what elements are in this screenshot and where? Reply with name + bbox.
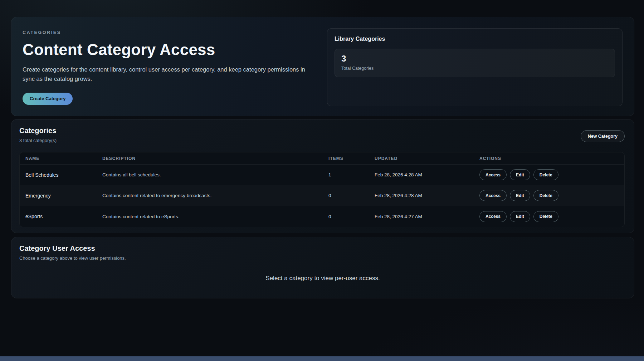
table-row[interactable]: eSports Contains content related to eSpo… bbox=[20, 206, 624, 227]
user-access-card: Category User Access Choose a category a… bbox=[11, 237, 634, 298]
table-row[interactable]: Bell Schedules Contains all bell schedul… bbox=[20, 165, 624, 185]
delete-button[interactable]: Delete bbox=[533, 190, 558, 201]
column-header-updated: UPDATED bbox=[369, 156, 474, 161]
user-access-subtitle: Choose a category above to view user per… bbox=[19, 255, 126, 261]
new-category-button[interactable]: New Category bbox=[581, 130, 625, 142]
cell-description: Contains content related to eSports. bbox=[97, 214, 323, 219]
library-categories-title: Library Categories bbox=[335, 36, 622, 42]
row-actions: Access Edit Delete bbox=[474, 211, 624, 222]
categories-table: NAME DESCRIPTION ITEMS UPDATED ACTIONS B… bbox=[19, 152, 625, 227]
page: CATEGORIES Content Category Access Creat… bbox=[0, 0, 644, 361]
cell-description: Contains all bell schedules. bbox=[97, 172, 323, 177]
cell-name: Bell Schedules bbox=[20, 172, 97, 178]
page-description: Create categories for the content librar… bbox=[23, 65, 319, 83]
categories-section-title: Categories bbox=[19, 127, 56, 135]
edit-button[interactable]: Edit bbox=[510, 190, 530, 201]
edit-button[interactable]: Edit bbox=[510, 169, 530, 180]
hero-content: CATEGORIES Content Category Access Creat… bbox=[23, 17, 323, 105]
access-button[interactable]: Access bbox=[479, 190, 507, 201]
column-header-description: DESCRIPTION bbox=[97, 156, 323, 161]
cell-items: 0 bbox=[323, 193, 369, 198]
edit-button[interactable]: Edit bbox=[510, 211, 530, 222]
create-category-button[interactable]: Create Category bbox=[23, 93, 73, 105]
cell-items: 1 bbox=[323, 172, 369, 177]
cell-items: 0 bbox=[323, 214, 369, 219]
row-actions: Access Edit Delete bbox=[474, 169, 624, 180]
stat-label: Total Categories bbox=[341, 66, 608, 71]
cell-updated: Feb 28, 2026 4:28 AM bbox=[369, 172, 474, 177]
bottom-bar bbox=[0, 356, 644, 361]
stat-value: 3 bbox=[341, 54, 608, 64]
access-button[interactable]: Access bbox=[479, 211, 507, 222]
empty-state-message: Select a category to view per-user acces… bbox=[11, 275, 634, 282]
breadcrumb-eyebrow: CATEGORIES bbox=[23, 30, 323, 35]
column-header-actions: ACTIONS bbox=[474, 156, 624, 161]
column-header-name: NAME bbox=[20, 156, 97, 161]
cell-updated: Feb 28, 2026 4:27 AM bbox=[369, 214, 474, 219]
cell-name: Emergency bbox=[20, 193, 97, 199]
categories-count: 3 total category(s) bbox=[19, 138, 57, 143]
cell-updated: Feb 28, 2026 4:28 AM bbox=[369, 193, 474, 198]
page-title: Content Category Access bbox=[23, 41, 323, 59]
cell-name: eSports bbox=[20, 214, 97, 219]
row-actions: Access Edit Delete bbox=[474, 190, 624, 201]
delete-button[interactable]: Delete bbox=[533, 211, 558, 222]
total-categories-stat: 3 Total Categories bbox=[335, 49, 615, 77]
library-categories-panel: Library Categories 3 Total Categories bbox=[327, 28, 623, 106]
access-button[interactable]: Access bbox=[479, 169, 507, 180]
column-header-items: ITEMS bbox=[323, 156, 369, 161]
table-header-row: NAME DESCRIPTION ITEMS UPDATED ACTIONS bbox=[20, 152, 624, 165]
table-row[interactable]: Emergency Contains content related to em… bbox=[20, 185, 624, 206]
delete-button[interactable]: Delete bbox=[533, 169, 558, 180]
user-access-title: Category User Access bbox=[19, 244, 95, 253]
cell-description: Contains content related to emergency br… bbox=[97, 193, 323, 198]
categories-card: Categories 3 total category(s) New Categ… bbox=[11, 119, 634, 233]
hero-card: CATEGORIES Content Category Access Creat… bbox=[11, 17, 634, 116]
